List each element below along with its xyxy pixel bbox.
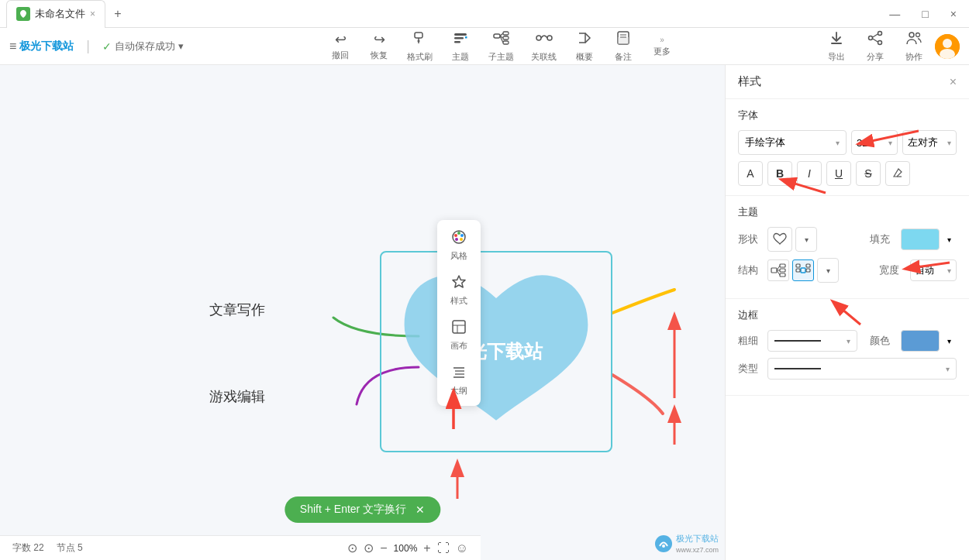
export-icon [829, 30, 844, 50]
underline-btn[interactable]: U [826, 161, 851, 186]
auto-save-indicator[interactable]: ✓ 自动保存成功 ▾ [102, 40, 184, 53]
close-btn[interactable]: × [944, 5, 963, 23]
clear-format-btn[interactable] [885, 161, 910, 186]
svg-line-23 [872, 38, 878, 41]
font-section-title: 字体 [738, 108, 957, 122]
branch-node-0[interactable]: 文章写作 [209, 301, 265, 319]
svg-point-32 [460, 234, 464, 237]
shape-dropdown-btn[interactable]: ▾ [795, 227, 817, 252]
note-label: 备注 [615, 51, 632, 63]
svg-rect-6 [503, 32, 509, 35]
branch-node-1[interactable]: 游戏编辑 [209, 387, 265, 406]
hamburger-icon[interactable]: ≡ [9, 40, 16, 53]
title-bar-left: 未命名文件 × + [6, 0, 127, 28]
maximize-btn[interactable]: □ [916, 5, 934, 23]
fill-color-picker[interactable] [901, 228, 940, 250]
redo-btn[interactable]: ↪ 恢复 [360, 28, 398, 64]
bottom-controls: ⊙ ⊙ − 100% + ⛶ ☺ [347, 541, 468, 555]
svg-rect-18 [831, 43, 842, 44]
undo-btn[interactable]: ↩ 撤回 [322, 28, 359, 64]
note-icon [616, 30, 631, 50]
tab-close-btn[interactable]: × [90, 9, 95, 19]
font-letter-a-btn[interactable]: A [738, 161, 763, 186]
check-icon: ✓ [102, 40, 112, 53]
menu-logo[interactable]: ≡ 极光下载站 [9, 40, 74, 53]
outline-icon [451, 364, 467, 383]
active-tab[interactable]: 未命名文件 × [6, 0, 105, 28]
plus-btn[interactable]: + [423, 541, 430, 555]
export-btn[interactable]: 导出 [819, 27, 854, 66]
canvas-icon [451, 319, 467, 338]
panel-title: 样式 [738, 74, 761, 89]
app-icon [16, 7, 30, 21]
more-btn[interactable]: » 更多 [643, 33, 681, 60]
bottom-bar: 字数 22 节点 5 ⊙ ⊙ − 100% + ⛶ ☺ [0, 535, 481, 560]
svg-rect-54 [796, 264, 800, 267]
struct-icon-2-active[interactable] [792, 259, 814, 281]
canvas-btn[interactable]: 画布 [439, 313, 479, 358]
structure-icons: ▾ [767, 258, 839, 283]
fit-view-btn[interactable]: ⊙ [347, 541, 357, 555]
minus-btn[interactable]: − [380, 541, 387, 555]
border-color-dropdown[interactable]: ▾ [941, 330, 957, 352]
font-family-select[interactable]: 手绘字体 ▾ [738, 130, 847, 155]
red-arrows [0, 65, 725, 560]
zoom-out-icon[interactable]: ⊙ [364, 541, 374, 555]
connect-line-btn[interactable]: 关联线 [523, 27, 564, 66]
floating-panel: 风格 样式 画布 大纲 [437, 220, 481, 406]
theme-icon [453, 30, 468, 50]
collaborate-label: 协作 [905, 51, 922, 63]
border-thickness-row: 粗细 ▾ 颜色 ▾ [738, 330, 957, 352]
fullscreen-btn[interactable]: ⛶ [437, 541, 450, 555]
style-panel-btn[interactable]: 风格 [439, 223, 479, 268]
sub-theme-btn[interactable]: 子主题 [481, 27, 522, 66]
summary-btn[interactable]: 概要 [566, 27, 603, 66]
outline-btn[interactable]: 大纲 [439, 358, 479, 403]
width-label: 宽度 [879, 263, 899, 277]
strikethrough-btn[interactable]: S [856, 161, 881, 186]
svg-point-42 [655, 535, 672, 552]
theme-btn[interactable]: 主题 [442, 27, 479, 66]
structure-label: 结构 [738, 263, 761, 277]
svg-rect-7 [503, 36, 509, 40]
struct-icon-1[interactable] [767, 259, 789, 281]
minimize-btn[interactable]: — [883, 5, 906, 23]
hint-close-btn[interactable]: ✕ [416, 503, 425, 516]
menu-separator: | [86, 38, 90, 54]
format-brush-btn[interactable]: 格式刷 [399, 27, 440, 66]
alignment-value: 左对齐 [908, 136, 938, 149]
central-node[interactable]: 极光下载站 [380, 251, 612, 452]
bold-btn[interactable]: B [767, 161, 792, 186]
width-select[interactable]: 自动 ▾ [910, 259, 957, 281]
border-type-picker[interactable]: ▾ [767, 358, 957, 380]
panel-header: 样式 × [726, 65, 969, 99]
width-value: 自动 [916, 264, 934, 277]
structure-dropdown-btn[interactable]: ▾ [817, 258, 839, 283]
panel-arrows-spacer [726, 396, 969, 411]
emoji-btn[interactable]: ☺ [456, 541, 468, 555]
border-thickness-picker[interactable]: ▾ [767, 330, 857, 352]
redo-label: 恢复 [371, 50, 388, 61]
bottom-stats: 字数 22 节点 5 [12, 541, 83, 555]
svg-rect-56 [806, 264, 810, 267]
svg-point-12 [536, 36, 541, 40]
note-btn[interactable]: 备注 [605, 27, 642, 66]
heart-shape-btn[interactable] [767, 227, 792, 252]
svg-rect-2 [454, 37, 464, 40]
user-avatar[interactable] [935, 34, 960, 59]
panel-close-btn[interactable]: × [950, 75, 957, 89]
font-size-select[interactable]: 32 ▾ [851, 130, 898, 155]
add-tab-btn[interactable]: + [109, 5, 127, 23]
watermark-text: 极光下载站www.xz7.com [676, 533, 719, 554]
menu-bar: ≡ 极光下载站 | ✓ 自动保存成功 ▾ ↩ 撤回 ↪ 恢复 格式刷 主题 [0, 28, 969, 65]
right-panel: 样式 × 字体 手绘字体 ▾ 32 ▾ 左对齐 ▾ [725, 65, 969, 560]
watermark-logo [654, 534, 673, 553]
star-style-btn[interactable]: 样式 [439, 268, 479, 313]
italic-btn[interactable]: I [797, 161, 822, 186]
fill-color-dropdown[interactable]: ▾ [941, 228, 957, 250]
share-btn[interactable]: 分享 [857, 27, 893, 66]
collaborate-btn[interactable]: 协作 [896, 27, 932, 66]
canvas-area[interactable]: 极光下载站 文章写作 游戏编辑 较 风格 样式 [0, 65, 725, 560]
alignment-select[interactable]: 左对齐 ▾ [902, 130, 957, 155]
border-color-picker[interactable] [901, 330, 940, 352]
